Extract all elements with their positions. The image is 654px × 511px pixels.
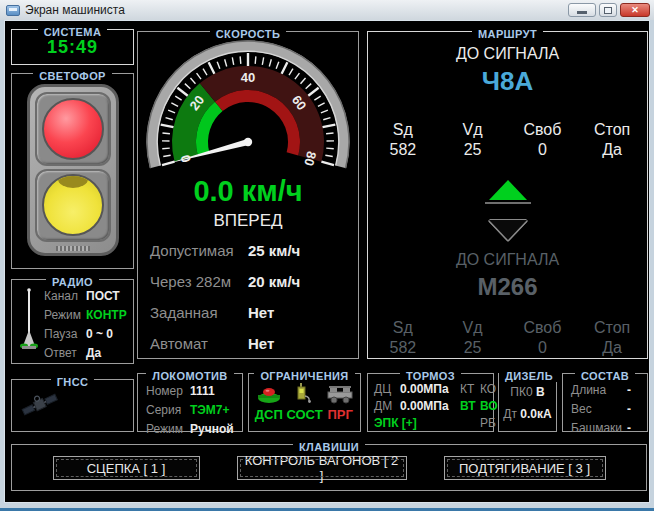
prev-signal-name: М266: [368, 272, 647, 302]
rb-flag: РБ: [480, 416, 500, 431]
speed-row: Автомат Нет: [138, 328, 358, 359]
route-col-header: Vд: [438, 318, 508, 338]
route-col-value: 25: [438, 338, 508, 358]
locomotive-row-label: Режим: [146, 421, 190, 438]
app-icon: [6, 5, 20, 16]
speed-gauge-dial: 020406080: [146, 40, 350, 174]
route-col-value: 582: [368, 338, 438, 358]
speed-row-label: Автомат: [150, 335, 248, 352]
train-row: Башмаки -: [571, 420, 647, 437]
radio-row: Канал ПОСТ: [44, 288, 127, 305]
diesel-label: Дт: [503, 406, 517, 423]
red-lamp: [42, 98, 104, 160]
train-row-label: Вес: [571, 401, 627, 418]
traffic-light-top-cell: [35, 92, 111, 166]
maximize-icon: [604, 7, 612, 14]
window-controls: ✕: [568, 3, 650, 17]
train-row-value: -: [627, 401, 631, 418]
restriction-label: ДСП: [255, 407, 283, 422]
client-area: СИСТЕМА 15:49 СВЕТОФОР РАДИО: [4, 20, 650, 503]
restriction-label: СОСТ: [286, 407, 322, 422]
system-panel: СИСТЕМА 15:49: [11, 29, 134, 65]
speed-row-value: 25 км/ч: [248, 242, 300, 259]
gnss-panel: ГНСС: [11, 379, 134, 432]
traffic-light-panel-title: СВЕТОФОР: [12, 66, 133, 84]
prev-signal-data: Sд 582 Vд 25 Своб 0 Стоп Да: [368, 318, 647, 358]
speed-row: Заданная Нет: [138, 297, 358, 328]
route-col: Sд 582: [368, 120, 438, 160]
traffic-light-panel: СВЕТОФОР: [11, 73, 134, 269]
restriction-label: ПРГ: [327, 407, 352, 422]
route-col: Sд 582: [368, 318, 438, 358]
route-col-value: 0: [508, 338, 578, 358]
restriction-sost: СОСТ: [286, 382, 322, 422]
locomotive-row: Серия ТЭМ7+: [146, 402, 242, 419]
train-row: Вес -: [571, 401, 647, 418]
radio-row-label: Пауза: [44, 326, 86, 343]
antenna-icon: [20, 288, 38, 350]
locomotive-row-label: Серия: [146, 402, 190, 419]
coupling-button[interactable]: СЦЕПКА [ 1 ]: [53, 456, 200, 480]
system-clock: 15:49: [12, 30, 133, 64]
radio-handset-icon: [293, 382, 315, 404]
radio-row-label: Ответ: [44, 345, 86, 362]
keys-panel: КЛАВИШИ СЦЕПКА [ 1 ] КОНТРОЛЬ ВАГОНОВ [ …: [11, 444, 647, 491]
train-row-label: Башмаки: [571, 420, 627, 437]
radio-row: Пауза 0 ~ 0: [44, 326, 127, 343]
train-row-value: -: [627, 382, 631, 399]
traffic-light-housing: [27, 84, 119, 256]
route-col: Своб 0: [508, 318, 578, 358]
locomotive-row-value: ТЭМ7+: [190, 402, 230, 419]
epk-status: ЭПК [+]: [374, 416, 460, 431]
route-col: Vд 25: [438, 318, 508, 358]
diesel-panel: ДИЗЕЛЬ ПК0 В Дт 0.0кА: [498, 373, 557, 432]
current-speed: 0.0 км/ч: [138, 176, 358, 206]
close-button[interactable]: ✕: [620, 3, 650, 17]
window-title: Экран машиниста: [25, 3, 568, 17]
svg-text:40: 40: [241, 70, 255, 85]
train-row-label: Длина: [571, 382, 627, 399]
brake-label: ДМ: [374, 399, 400, 414]
minimize-button[interactable]: [568, 3, 596, 17]
next-signal-name: Ч8А: [368, 66, 647, 96]
satellite-icon: [20, 388, 60, 422]
route-panel-title: МАРШРУТ: [368, 24, 647, 42]
brake-flag: ВТ: [460, 399, 480, 414]
wagon-control-button[interactable]: КОНТРОЛЬ ВАГОНОВ [ 2 ]: [237, 456, 407, 480]
radio-row: Ответ Да: [44, 345, 127, 362]
radio-row: Режим КОНТР: [44, 307, 127, 324]
dispatcher-button-icon: [256, 384, 282, 404]
route-col-header: Стоп: [577, 120, 647, 140]
diesel-row: Дт 0.0кА: [503, 406, 551, 423]
pull-up-button[interactable]: ПОДТЯГИВАНИЕ [ 3 ]: [444, 456, 606, 480]
route-col-value: 582: [368, 140, 438, 160]
route-col-value: Да: [577, 338, 647, 358]
speed-row-label: Через 282м: [150, 273, 248, 290]
titlebar: Экран машиниста ✕: [0, 0, 654, 20]
speed-row: Допустимая 25 км/ч: [138, 235, 358, 266]
radio-panel: РАДИО Канал ПОСТ Режим: [11, 279, 134, 364]
radio-row-label: Канал: [44, 288, 86, 305]
arrow-underline: [485, 202, 531, 204]
diesel-row: ПК0 В: [510, 384, 544, 401]
train-row-value: -: [627, 420, 631, 437]
brake-label: ДЦ: [374, 382, 400, 397]
direction-label: ВПЕРЕД: [138, 211, 358, 231]
brake-flag: КТ: [460, 382, 480, 397]
route-col-header: Sд: [368, 120, 438, 140]
route-col-value: 25: [438, 140, 508, 160]
traffic-light: [12, 84, 133, 256]
locomotive-row-value: 1111: [190, 383, 215, 400]
locomotive-row: Номер 1111: [146, 383, 242, 400]
locomotive-row-label: Номер: [146, 383, 190, 400]
direction-up-arrow-icon: [489, 180, 527, 200]
radio-row-value: 0 ~ 0: [86, 326, 113, 343]
maximize-button[interactable]: [599, 3, 617, 17]
route-col-header: Стоп: [577, 318, 647, 338]
brake-value: 0.00МПа: [400, 382, 460, 397]
yellow-lamp: [42, 174, 104, 236]
speed-row-value: 20 км/ч: [248, 273, 300, 290]
brake-flag: ВО: [480, 399, 500, 414]
wagon-icon: [326, 384, 354, 404]
route-col-header: Своб: [508, 318, 578, 338]
